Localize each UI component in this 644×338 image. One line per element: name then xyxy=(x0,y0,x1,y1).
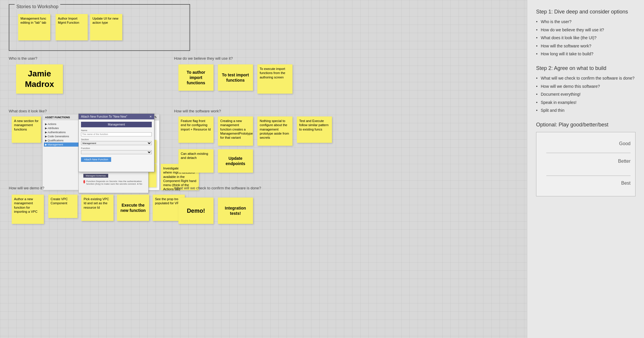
mockup-edit-icon: ✎ xyxy=(154,116,157,119)
software-card-5[interactable]: Can attach existing and detach xyxy=(178,149,213,173)
software-card-2[interactable]: Creating a new management function creat… xyxy=(218,116,253,146)
dialog-function-label: Function xyxy=(81,147,152,150)
story-card-1[interactable]: Management func editing in "lab" tab xyxy=(18,14,50,40)
dialog-section-field: Section Management xyxy=(81,138,152,145)
sidebar-item-actions[interactable]: ▶ Actions ⋮ xyxy=(44,122,82,126)
demo-card-3[interactable]: Pick existing VPC Id and set as the reso… xyxy=(81,195,113,221)
attrs-depends-text: Function Depends on Secrets: Has the aut… xyxy=(86,180,144,185)
how-believe-card-1[interactable]: To author import functions xyxy=(178,64,213,91)
step1-item-5: How long will it take to build? xyxy=(536,51,635,57)
delete-icon[interactable] xyxy=(83,180,85,183)
managed-schemas-button[interactable]: Managed Schemas xyxy=(83,174,108,178)
dialog-confirm-button[interactable]: Attach New Function xyxy=(81,157,111,162)
action-icon: ▶ xyxy=(45,123,47,126)
dialog-name-field: Name xyxy=(81,129,152,136)
demo-card-2[interactable]: Create VPC Component xyxy=(48,195,78,218)
how-software-work-label: How will the software work? xyxy=(174,109,221,113)
how-believe-label: How do we believe they will use it? xyxy=(174,56,233,61)
best-label: Best xyxy=(621,181,631,186)
mockup-sidebar: ▶ Actions ⋮ ▶ Attributes ⋮ ▶ Authenticat… xyxy=(43,121,84,190)
check-card-1[interactable]: Demo! xyxy=(178,198,213,224)
software-card-1[interactable]: Feature flag front end for configuring i… xyxy=(178,116,213,143)
good-divider xyxy=(546,153,631,153)
dialog-function-select[interactable] xyxy=(81,150,152,154)
sidebar-item-management[interactable]: ▶ Management xyxy=(44,143,82,147)
story-card-2[interactable]: Author Import Mgmt Function xyxy=(56,14,88,40)
stories-title: Stories to Workshop xyxy=(15,4,60,9)
demo-card-1[interactable]: Author a new management function for imp… xyxy=(12,195,44,224)
dialog-name-input[interactable] xyxy=(81,132,152,136)
attr-icon: ▶ xyxy=(45,127,47,130)
sidebar-item-code-generations[interactable]: ▶ Code Generations 1 xyxy=(44,134,82,138)
step1-item-2: How do we believe they will use it? xyxy=(536,27,635,33)
mockup-panel-title: ASSET FUNCTIONS xyxy=(45,116,70,119)
software-card-6[interactable]: Update endpoints xyxy=(218,149,253,173)
step1-list: Who is the user? How do we believe they … xyxy=(536,19,635,57)
dialog-header: Attach New Function To "New New" ✕ xyxy=(79,114,154,119)
step2-item-3: Document everything! xyxy=(536,92,635,97)
what-look-like-label: What does it look like? xyxy=(9,109,47,113)
right-panel: Step 1: Dive deep and consider options W… xyxy=(527,0,644,338)
user-name-card: JamieMadrox xyxy=(16,64,63,94)
step2-item-5: Split and thin xyxy=(536,108,635,114)
how-believe-card-3[interactable]: To execute import functions from the aut… xyxy=(257,64,292,94)
dialog-close-icon[interactable]: ✕ xyxy=(149,115,152,118)
dialog-body: Management Name Section Management Funct… xyxy=(79,119,154,164)
story-card-3[interactable]: Update UI for new action type xyxy=(90,14,122,40)
step1-item-3: What does it look like (the UI)? xyxy=(536,35,635,41)
sidebar-item-authentications[interactable]: ▶ Authentications ⋮ xyxy=(44,130,82,134)
step2-list: What will we check to confirm the softwa… xyxy=(536,76,635,114)
mockup-attach-dialog: Attach New Function To "New New" ✕ Manag… xyxy=(78,114,154,172)
step2-item-1: What will we check to confirm the softwa… xyxy=(536,76,635,81)
dialog-section-label: Management xyxy=(81,122,152,127)
qual-icon: ▶ xyxy=(45,139,47,142)
sidebar-item-qualifications[interactable]: ▶ Qualifications 1 xyxy=(44,138,82,143)
code-icon: ▶ xyxy=(45,135,47,138)
step1-title: Step 1: Dive deep and consider options xyxy=(536,9,635,15)
sidebar-item-attributes[interactable]: ▶ Attributes ⋮ xyxy=(44,126,82,130)
dialog-function-field: Function xyxy=(81,147,152,154)
step2-title: Step 2: Agree on what to build xyxy=(536,65,635,71)
software-card-4[interactable]: Test and Execute follow similar pattern … xyxy=(297,116,332,143)
look-like-card[interactable]: A new section for management functions xyxy=(12,116,41,143)
good-label: Good xyxy=(619,141,631,146)
step2-item-2: How will we demo this software? xyxy=(536,84,635,90)
good-better-best-box: Good Better Best xyxy=(536,132,636,196)
step1-item-1: Who is the user? xyxy=(536,19,635,25)
how-demo-label: How will we demo it? xyxy=(9,186,44,190)
step2-item-4: Speak in examples! xyxy=(536,100,635,106)
check-card-2[interactable]: Integration tests! xyxy=(218,198,253,224)
dialog-section-label: Section xyxy=(81,138,152,141)
step1-item-4: How will the software work? xyxy=(536,43,635,49)
how-believe-card-2[interactable]: To test import functions xyxy=(218,64,253,91)
software-card-3[interactable]: Nothing special to configure about the m… xyxy=(257,116,292,146)
optional-title: Optional: Play good/better/best xyxy=(536,122,635,128)
auth-icon: ▶ xyxy=(45,131,47,134)
better-label: Better xyxy=(618,159,631,164)
what-check-label: What will we check to confirm the softwa… xyxy=(174,186,261,190)
better-divider xyxy=(546,176,631,176)
demo-card-4[interactable]: Execute the new function xyxy=(117,195,149,221)
dialog-section-select[interactable]: Management xyxy=(81,141,152,145)
mgmt-arrow-icon: ▶ xyxy=(45,143,47,146)
dialog-name-label: Name xyxy=(81,129,152,132)
who-is-user-label: Who is the user? xyxy=(9,56,37,61)
